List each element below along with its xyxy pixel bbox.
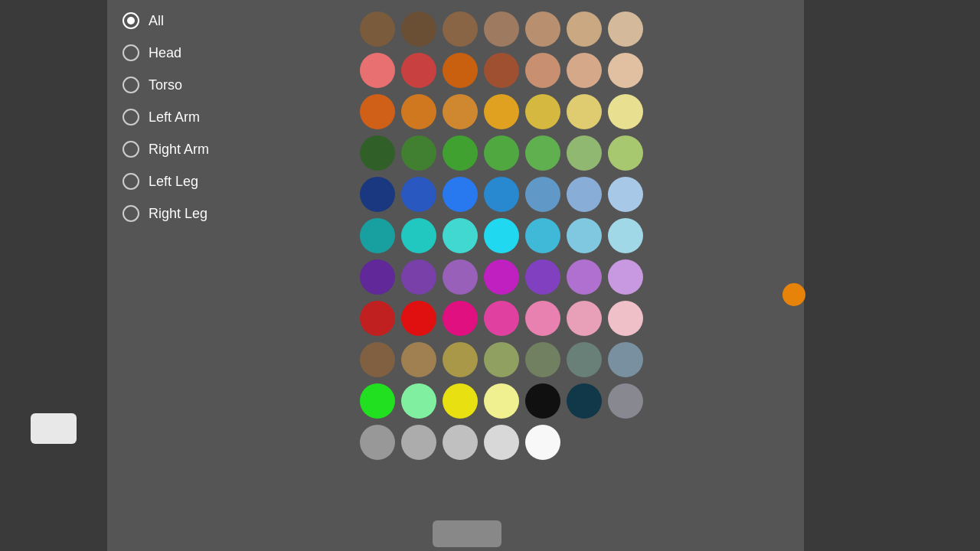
color-swatch-9-2[interactable]	[443, 383, 478, 419]
color-swatch-8-3[interactable]	[484, 342, 519, 377]
radio-item-left-arm[interactable]: Left Arm	[122, 103, 329, 132]
color-swatch-3-2[interactable]	[443, 135, 478, 171]
color-swatch-6-6[interactable]	[608, 259, 643, 295]
color-row-3	[360, 135, 789, 171]
radio-item-left-leg[interactable]: Left Leg	[122, 167, 329, 196]
color-swatch-1-1[interactable]	[401, 53, 436, 88]
color-swatch-0-0[interactable]	[360, 11, 395, 47]
color-swatch-4-5[interactable]	[567, 177, 602, 212]
color-row-5	[360, 218, 789, 253]
color-swatch-3-6[interactable]	[608, 135, 643, 171]
color-swatch-8-1[interactable]	[401, 342, 436, 377]
color-swatch-5-5[interactable]	[567, 218, 602, 253]
color-swatch-0-5[interactable]	[567, 11, 602, 47]
color-row-1	[360, 53, 789, 88]
radio-item-right-leg[interactable]: Right Leg	[122, 199, 329, 228]
color-panel	[345, 0, 804, 551]
color-swatch-4-0[interactable]	[360, 177, 395, 212]
color-swatch-6-5[interactable]	[567, 259, 602, 295]
color-swatch-6-0[interactable]	[360, 259, 395, 295]
color-swatch-7-1[interactable]	[401, 301, 436, 336]
color-swatch-6-2[interactable]	[443, 259, 478, 295]
color-swatch-10-0[interactable]	[360, 425, 395, 460]
color-swatch-0-3[interactable]	[484, 11, 519, 47]
color-row-2	[360, 94, 789, 129]
color-swatch-9-5[interactable]	[567, 383, 602, 419]
color-swatch-9-4[interactable]	[525, 383, 560, 419]
radio-circle-left-leg	[122, 173, 139, 190]
radio-label-all: All	[149, 13, 164, 29]
color-swatch-3-1[interactable]	[401, 135, 436, 171]
color-swatch-7-5[interactable]	[567, 301, 602, 336]
color-swatch-5-1[interactable]	[401, 218, 436, 253]
color-swatch-2-5[interactable]	[567, 94, 602, 129]
color-swatch-3-0[interactable]	[360, 135, 395, 171]
radio-item-torso[interactable]: Torso	[122, 70, 329, 99]
radio-label-right-leg: Right Leg	[149, 206, 207, 222]
color-swatch-2-6[interactable]	[608, 94, 643, 129]
color-swatch-1-6[interactable]	[608, 53, 643, 88]
color-swatch-6-4[interactable]	[525, 259, 560, 295]
color-swatch-8-5[interactable]	[567, 342, 602, 377]
color-swatch-9-3[interactable]	[484, 383, 519, 419]
color-swatch-4-6[interactable]	[608, 177, 643, 212]
color-swatch-10-4[interactable]	[525, 425, 560, 460]
color-swatch-6-1[interactable]	[401, 259, 436, 295]
color-swatch-0-1[interactable]	[401, 11, 436, 47]
color-row-8	[360, 342, 789, 377]
radio-item-right-arm[interactable]: Right Arm	[122, 135, 329, 164]
color-swatch-6-3[interactable]	[484, 259, 519, 295]
color-swatch-0-2[interactable]	[443, 11, 478, 47]
color-swatch-0-4[interactable]	[525, 11, 560, 47]
color-swatch-2-0[interactable]	[360, 94, 395, 129]
color-swatch-1-2[interactable]	[443, 53, 478, 88]
color-swatch-10-1[interactable]	[401, 425, 436, 460]
color-row-0	[360, 11, 789, 47]
color-swatch-1-5[interactable]	[567, 53, 602, 88]
color-swatch-8-2[interactable]	[443, 342, 478, 377]
color-swatch-7-0[interactable]	[360, 301, 395, 336]
color-swatch-7-4[interactable]	[525, 301, 560, 336]
color-swatch-4-4[interactable]	[525, 177, 560, 212]
color-swatch-9-1[interactable]	[401, 383, 436, 419]
color-swatch-7-6[interactable]	[608, 301, 643, 336]
color-swatch-4-3[interactable]	[484, 177, 519, 212]
color-swatch-2-2[interactable]	[443, 94, 478, 129]
color-swatch-2-1[interactable]	[401, 94, 436, 129]
color-swatch-5-4[interactable]	[525, 218, 560, 253]
color-swatch-8-0[interactable]	[360, 342, 395, 377]
btn-3d[interactable]	[31, 413, 77, 444]
orange-circle-icon[interactable]	[782, 283, 805, 306]
radio-panel: AllHeadTorsoLeft ArmRight ArmLeft LegRig…	[107, 0, 345, 551]
radio-label-left-leg: Left Leg	[149, 174, 198, 190]
color-swatch-4-1[interactable]	[401, 177, 436, 212]
bottom-button[interactable]	[433, 520, 501, 547]
radio-label-right-arm: Right Arm	[149, 142, 209, 158]
color-swatch-3-5[interactable]	[567, 135, 602, 171]
right-panel	[804, 0, 980, 551]
color-swatch-2-3[interactable]	[484, 94, 519, 129]
color-swatch-2-4[interactable]	[525, 94, 560, 129]
color-swatch-5-0[interactable]	[360, 218, 395, 253]
color-swatch-10-2[interactable]	[443, 425, 478, 460]
color-swatch-1-4[interactable]	[525, 53, 560, 88]
radio-label-head: Head	[149, 45, 181, 61]
color-swatch-9-0[interactable]	[360, 383, 395, 419]
radio-item-head[interactable]: Head	[122, 38, 329, 67]
color-swatch-4-2[interactable]	[443, 177, 478, 212]
color-swatch-7-3[interactable]	[484, 301, 519, 336]
color-swatch-3-4[interactable]	[525, 135, 560, 171]
color-swatch-10-3[interactable]	[484, 425, 519, 460]
color-swatch-8-4[interactable]	[525, 342, 560, 377]
color-swatch-0-6[interactable]	[608, 11, 643, 47]
color-swatch-3-3[interactable]	[484, 135, 519, 171]
color-swatch-1-3[interactable]	[484, 53, 519, 88]
color-swatch-1-0[interactable]	[360, 53, 395, 88]
color-swatch-9-6[interactable]	[608, 383, 643, 419]
color-swatch-7-2[interactable]	[443, 301, 478, 336]
color-swatch-5-6[interactable]	[608, 218, 643, 253]
color-swatch-5-3[interactable]	[484, 218, 519, 253]
color-swatch-5-2[interactable]	[443, 218, 478, 253]
radio-item-all[interactable]: All	[122, 6, 329, 35]
color-swatch-8-6[interactable]	[608, 342, 643, 377]
